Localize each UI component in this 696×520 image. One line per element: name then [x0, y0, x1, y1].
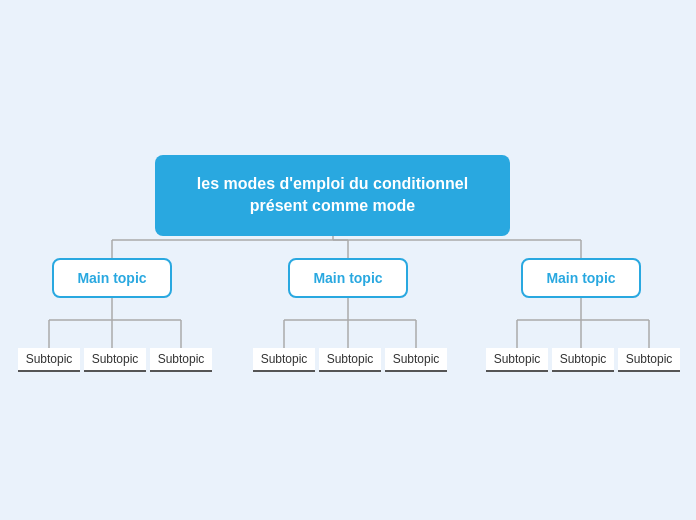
subtopic-3-3[interactable]: Subtopic	[618, 348, 680, 372]
main-topic-2[interactable]: Main topic	[288, 258, 408, 298]
subtopic-3-1[interactable]: Subtopic	[486, 348, 548, 372]
main-topic-1-label: Main topic	[77, 270, 146, 286]
main-topic-2-label: Main topic	[313, 270, 382, 286]
main-topic-3[interactable]: Main topic	[521, 258, 641, 298]
subtopic-1-1[interactable]: Subtopic	[18, 348, 80, 372]
subtopic-2-2[interactable]: Subtopic	[319, 348, 381, 372]
main-topic-1[interactable]: Main topic	[52, 258, 172, 298]
subtopic-1-3[interactable]: Subtopic	[150, 348, 212, 372]
main-topic-3-label: Main topic	[546, 270, 615, 286]
subtopic-2-1[interactable]: Subtopic	[253, 348, 315, 372]
root-label: les modes d'emploi du conditionnel prése…	[197, 175, 468, 214]
subtopic-2-3[interactable]: Subtopic	[385, 348, 447, 372]
mind-map: les modes d'emploi du conditionnel prése…	[0, 0, 696, 520]
subtopic-1-2[interactable]: Subtopic	[84, 348, 146, 372]
subtopic-3-2[interactable]: Subtopic	[552, 348, 614, 372]
root-node[interactable]: les modes d'emploi du conditionnel prése…	[155, 155, 510, 236]
